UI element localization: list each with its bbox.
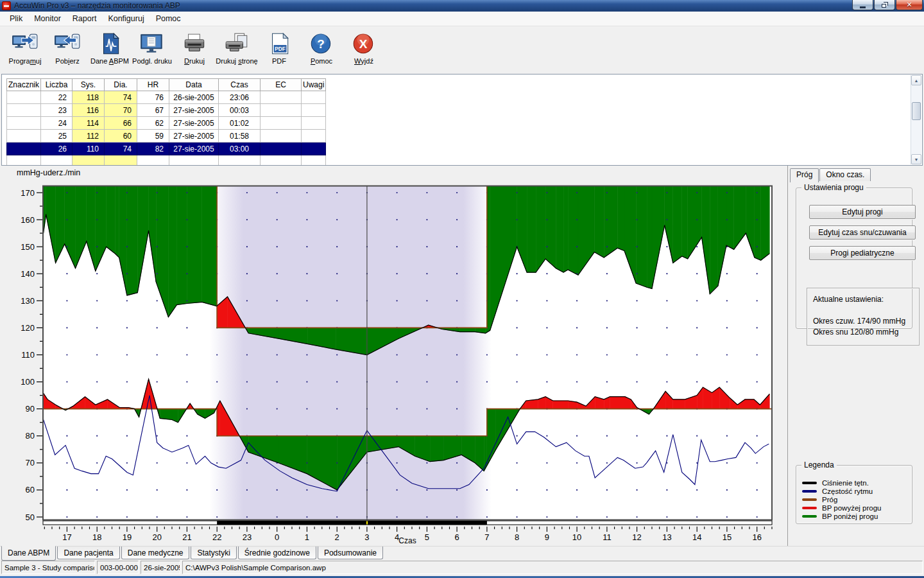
column-header-hr[interactable]: HR bbox=[137, 79, 169, 91]
cell-znacznik bbox=[7, 91, 41, 104]
toolbar-button-pomoc[interactable]: ?Pomoc bbox=[300, 33, 343, 65]
cell-ec bbox=[261, 117, 302, 130]
wake-threshold-value: Okres czuw. 174/90 mmHg bbox=[813, 317, 905, 326]
status-segment-2: 26-sie-2005 bbox=[141, 561, 180, 574]
tab-średnie-godzinowe[interactable]: Średnie godzinowe bbox=[238, 547, 316, 559]
cell-dia: 70 bbox=[105, 104, 137, 117]
svg-text:50: 50 bbox=[26, 512, 35, 522]
cell-uwagi bbox=[302, 130, 326, 143]
svg-text:10: 10 bbox=[572, 532, 581, 542]
svg-text:3: 3 bbox=[364, 532, 369, 542]
restore-button[interactable] bbox=[874, 0, 895, 10]
cell-uwagi bbox=[302, 104, 326, 117]
toolbar-button-podgl-druku[interactable]: Podgl. druku bbox=[131, 33, 173, 65]
menu-item-monitor[interactable]: Monitor bbox=[28, 12, 67, 25]
minimize-button[interactable] bbox=[852, 0, 873, 10]
table-row[interactable]: 24114666227-sie-200501:02 bbox=[7, 117, 326, 130]
tab-dane-abpm[interactable]: Dane ABPM bbox=[1, 546, 56, 561]
tab-pr-g[interactable]: Próg bbox=[790, 168, 819, 182]
column-header-data[interactable]: Data bbox=[169, 79, 219, 91]
toolbar-button-label: Drukuj bbox=[184, 57, 205, 65]
cell-sys: 112 bbox=[73, 130, 105, 143]
table-scrollbar[interactable]: ▲ ▼ bbox=[911, 75, 921, 164]
table-row-partial[interactable] bbox=[7, 155, 326, 166]
menu-item-plik[interactable]: Plik bbox=[4, 12, 28, 25]
pdf-icon: PDF bbox=[266, 33, 293, 56]
tab-dane-medyczne[interactable]: Dane medyczne bbox=[121, 547, 190, 559]
toolbar-button-drukuj-stron-[interactable]: Drukuj stronę bbox=[216, 33, 258, 65]
svg-text:PDF: PDF bbox=[275, 46, 286, 52]
table-row[interactable]: 23116706727-sie-200500:03 bbox=[7, 104, 326, 117]
main-area: mmHg-uderz./min 506070809010011012013014… bbox=[0, 166, 924, 546]
svg-text:1: 1 bbox=[305, 532, 309, 542]
toolbar-button-label: Podgl. druku bbox=[132, 57, 172, 65]
cell-dia: 74 bbox=[105, 143, 137, 155]
toolbar-button-programuj[interactable]: Programuj bbox=[4, 33, 46, 65]
column-header-czas[interactable]: Czas bbox=[219, 79, 261, 91]
tab-okno-czas-[interactable]: Okno czas. bbox=[819, 168, 871, 181]
table-row[interactable]: 26110748227-sie-200503:00 bbox=[7, 143, 326, 155]
table-row[interactable]: 25112605927-sie-200501:58 bbox=[7, 130, 326, 143]
print-page-icon bbox=[223, 33, 250, 56]
column-header-sys[interactable]: Sys. bbox=[73, 79, 105, 91]
column-header-dia[interactable]: Dia. bbox=[105, 79, 137, 91]
cell-czas: 01:58 bbox=[219, 130, 261, 143]
svg-text:21: 21 bbox=[182, 532, 191, 542]
toolbar-button-dane-abpm[interactable]: Dane ABPM bbox=[89, 33, 131, 65]
svg-text:100: 100 bbox=[21, 377, 35, 387]
cell-hr: 59 bbox=[137, 130, 169, 143]
printer-icon bbox=[181, 33, 208, 56]
readings-table-panel: ZnacznikLiczbaSys.Dia.HRDataCzasECUwagi … bbox=[1, 74, 923, 166]
svg-text:7: 7 bbox=[484, 532, 489, 542]
column-header-znacznik[interactable]: Znacznik bbox=[7, 79, 41, 91]
table-header: ZnacznikLiczbaSys.Dia.HRDataCzasECUwagi bbox=[7, 79, 326, 91]
menu-item-konfiguruj[interactable]: Konfiguruj bbox=[102, 12, 150, 25]
cell-znacznik bbox=[7, 130, 41, 143]
column-header-liczba[interactable]: Liczba bbox=[41, 79, 73, 91]
scrollbar-thumb[interactable] bbox=[912, 102, 921, 120]
help-icon: ? bbox=[308, 33, 335, 56]
toolbar-button-label: Wyjdź bbox=[354, 57, 373, 65]
tab-statystyki[interactable]: Statystyki bbox=[191, 547, 236, 559]
threshold-panel-tabs: PrógOkno czas. bbox=[790, 168, 871, 181]
scroll-up-icon[interactable]: ▲ bbox=[911, 75, 921, 85]
x-axis-title: Czas bbox=[375, 536, 440, 545]
svg-text:6: 6 bbox=[454, 532, 459, 542]
cell-uwagi bbox=[302, 143, 326, 155]
threshold-panel: PrógOkno czas. Ustawienia progu Edytuj p… bbox=[787, 166, 924, 546]
svg-text:80: 80 bbox=[26, 431, 35, 441]
svg-text:17: 17 bbox=[62, 532, 71, 542]
scroll-down-icon[interactable]: ▼ bbox=[911, 154, 921, 164]
edytuj-progi-button[interactable]: Edytuj progi bbox=[809, 205, 916, 219]
tab-dane-pacjenta[interactable]: Dane pacjenta bbox=[57, 547, 119, 559]
progi-pediatryczne-button[interactable]: Progi pediatryczne bbox=[809, 246, 916, 260]
close-icon: ✕ bbox=[906, 1, 912, 8]
close-button[interactable]: ✕ bbox=[896, 0, 923, 10]
toolbar-button-pdf[interactable]: PDFPDF bbox=[258, 33, 300, 65]
legend-label: Próg bbox=[822, 496, 837, 504]
table-row[interactable]: 22118747626-sie-200523:06 bbox=[7, 91, 326, 104]
toolbar-button-pobierz[interactable]: Pobierz bbox=[46, 33, 89, 65]
toolbar-button-drukuj[interactable]: Drukuj bbox=[173, 33, 216, 65]
cell-ec bbox=[261, 91, 302, 104]
legend-swatch-icon bbox=[802, 490, 817, 493]
legend-swatch-icon bbox=[802, 515, 817, 518]
cell-data: 27-sie-2005 bbox=[169, 117, 219, 130]
menu-item-raport[interactable]: Raport bbox=[67, 12, 103, 25]
print-preview-icon bbox=[139, 33, 166, 56]
svg-text:110: 110 bbox=[21, 350, 35, 360]
legend-label: BP powyżej progu bbox=[822, 504, 881, 512]
legend-item: Próg bbox=[802, 495, 837, 504]
column-header-ec[interactable]: EC bbox=[261, 79, 302, 91]
tab-podsumowanie[interactable]: Podsumowanie bbox=[318, 547, 383, 559]
svg-text:0: 0 bbox=[275, 532, 279, 542]
abpm-chart[interactable]: 5060708090100110120130140150160170171819… bbox=[0, 166, 787, 546]
cell-data: 27-sie-2005 bbox=[169, 104, 219, 117]
cell-liczba: 25 bbox=[41, 130, 73, 143]
status-segment-1: 003-00-0000 bbox=[97, 561, 139, 574]
menu-item-pomoc[interactable]: Pomoc bbox=[150, 12, 187, 25]
edytuj-czas-snu-czuwania-button[interactable]: Edytuj czas snu/czuwania bbox=[809, 225, 916, 240]
column-header-uwagi[interactable]: Uwagi bbox=[302, 79, 326, 91]
svg-text:19: 19 bbox=[123, 532, 132, 542]
toolbar-button-wyjd-[interactable]: XWyjdź bbox=[343, 33, 385, 65]
